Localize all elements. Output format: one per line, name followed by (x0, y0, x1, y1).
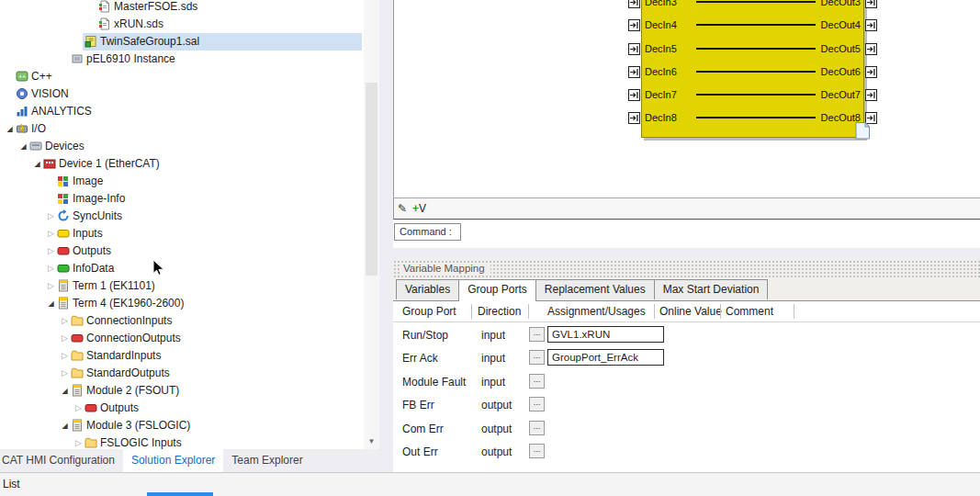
tree-item[interactable]: ▷Inputs (0, 225, 364, 242)
scrollbar-thumb[interactable] (366, 83, 377, 276)
tree-item[interactable]: Image-Info (0, 190, 364, 208)
tree-item-label: InfoData (73, 260, 114, 277)
tree-item[interactable]: ◢Devices (0, 138, 364, 155)
table-row[interactable]: Module Faultinput... (393, 371, 980, 394)
collapse-arrow-icon[interactable]: ◢ (45, 295, 57, 312)
tree-item-label: Inputs (73, 225, 103, 242)
assignment-ellipsis-button[interactable]: ... (529, 327, 545, 342)
expand-arrow-icon[interactable]: ▷ (45, 225, 57, 242)
collapse-arrow-icon[interactable]: ◢ (31, 155, 43, 173)
expand-arrow-icon[interactable]: ▷ (59, 365, 71, 382)
table-row[interactable]: Out Erroutput... (393, 441, 980, 464)
io-icon (16, 122, 28, 135)
collapse-arrow-icon[interactable]: ◢ (4, 120, 16, 138)
tree-item-label: VISION (31, 85, 69, 103)
table-row[interactable]: Err Ackinput...GroupPort_ErrAck (393, 347, 980, 370)
tree-item[interactable]: ▷Outputs (0, 400, 364, 417)
sds-document-icon (98, 0, 111, 13)
output-port-icon[interactable] (865, 66, 877, 78)
output-port-icon[interactable] (865, 43, 877, 55)
tree-item[interactable]: ▷ConnectionInputs (0, 312, 364, 330)
collapse-arrow-icon[interactable]: ◢ (17, 138, 29, 155)
tree-item[interactable]: Image (0, 173, 364, 190)
input-port-icon[interactable] (628, 0, 640, 8)
expand-arrow-icon[interactable]: ▷ (45, 242, 57, 260)
tree-item[interactable]: VISION (0, 85, 364, 103)
tree-item[interactable]: ANALYTICS (0, 103, 364, 120)
expand-arrow-icon[interactable]: ▷ (59, 312, 71, 330)
command-row: Command : (393, 220, 980, 248)
tool-window-tab[interactable]: CAT HMI Configuration (0, 449, 123, 472)
folder-icon (71, 366, 84, 379)
table-row[interactable]: Com Erroutput... (393, 418, 980, 441)
tree-item[interactable]: ▷InfoData (0, 260, 364, 277)
output-port-icon[interactable] (865, 19, 877, 31)
table-row[interactable]: Run/Stopinput...GVL1.xRUN (393, 324, 980, 347)
output-port-icon[interactable] (865, 0, 877, 8)
variable-mapping-title: Variable Mapping (401, 263, 490, 274)
tree-item[interactable]: MasterFSOE.sds (0, 0, 364, 16)
assignment-ellipsis-button[interactable]: ... (529, 444, 545, 458)
variable-mapping-tabs: VariablesGroup PortsReplacement ValuesMa… (396, 279, 767, 301)
tree-item[interactable]: ▷SyncUnits (0, 208, 364, 225)
assignment-ellipsis-button[interactable]: ... (529, 397, 545, 411)
tree-item[interactable]: TwinSafeGroup1.sal (0, 33, 364, 51)
input-port-icon[interactable] (628, 19, 640, 31)
tree-item[interactable]: ▷Outputs (0, 242, 364, 260)
tree-item[interactable]: pEL6910 Instance (0, 51, 364, 68)
output-port-icon[interactable] (865, 89, 877, 101)
column-header: Assignment/Usages (547, 305, 646, 318)
tool-window-tab[interactable]: Team Explorer (223, 449, 310, 472)
input-port-icon[interactable] (628, 89, 640, 101)
collapse-arrow-icon[interactable]: ◢ (59, 417, 71, 434)
tree-scrollbar[interactable]: ▼ (364, 0, 379, 449)
scroll-down-arrow-icon[interactable]: ▼ (364, 434, 379, 449)
tree-item[interactable]: xRUN.sds (0, 16, 364, 33)
add-variable-icon[interactable]: +V (412, 202, 426, 215)
edit-variable-icon[interactable]: ✎ (398, 202, 407, 215)
tree-item[interactable]: ◢Term 4 (EK1960-2600) (0, 295, 364, 312)
expand-arrow-icon[interactable]: ▷ (59, 330, 71, 347)
header-underline (393, 321, 980, 322)
tree-item[interactable]: ▷StandardOutputs (0, 365, 364, 382)
safety-diagram-canvas[interactable]: DecIn3DecOut3DecIn4DecOut4DecIn5DecOut5D… (393, 0, 980, 198)
vm-tab[interactable]: Group Ports (458, 279, 536, 301)
assignment-value-box[interactable]: GroupPort_ErrAck (547, 349, 664, 366)
tree-item[interactable]: ◢Module 2 (FSOUT) (0, 382, 364, 400)
vm-tab[interactable]: Max Start Deviation (654, 279, 769, 299)
assignment-ellipsis-button[interactable]: ... (529, 374, 545, 389)
expand-arrow-icon[interactable]: ▷ (73, 400, 84, 417)
input-port-icon[interactable] (628, 66, 640, 78)
expand-arrow-icon[interactable]: ▷ (59, 347, 71, 365)
tree-item[interactable]: ◢Device 1 (EtherCAT) (0, 155, 364, 173)
group-port-cell: Err Ack (402, 352, 438, 365)
tree-item[interactable]: ▷Term 1 (EK1101) (0, 277, 364, 295)
tree-item[interactable]: ▷StandardInputs (0, 347, 364, 365)
input-port-icon[interactable] (628, 43, 640, 55)
collapse-arrow-icon[interactable]: ◢ (59, 382, 71, 400)
block-output-label: DecOut3 (784, 0, 861, 9)
tree-item[interactable]: ▷ConnectionOutputs (0, 330, 364, 347)
assignment-ellipsis-button[interactable]: ... (529, 421, 545, 435)
vm-tab[interactable]: Variables (396, 279, 459, 299)
expand-arrow-icon[interactable]: ▷ (73, 434, 84, 449)
tree-item[interactable]: ++C++ (0, 68, 364, 85)
expand-arrow-icon[interactable]: ▷ (45, 208, 57, 225)
block-input-label: DecIn6 (645, 64, 677, 79)
block-input-label: DecIn3 (645, 0, 677, 9)
group-port-cell: Run/Stop (402, 329, 448, 342)
table-row[interactable]: FB Erroutput... (393, 394, 980, 417)
tree-item[interactable]: ◢I/O (0, 120, 364, 138)
vm-tab[interactable]: Replacement Values (535, 279, 655, 299)
assignment-ellipsis-button[interactable]: ... (529, 350, 545, 365)
expand-arrow-icon[interactable]: ▷ (45, 260, 57, 277)
input-port-icon[interactable] (628, 112, 640, 124)
tool-window-tab[interactable]: Solution Explorer (123, 449, 223, 472)
column-header: Online Value (659, 305, 722, 318)
direction-cell: input (481, 329, 505, 342)
tree-item[interactable]: ◢Module 3 (FSLOGIC) (0, 417, 364, 434)
tree-item[interactable]: ▷FSLOGIC Inputs (0, 434, 364, 449)
sal-group-icon (84, 35, 97, 48)
assignment-value-box[interactable]: GVL1.xRUN (547, 326, 664, 343)
expand-arrow-icon[interactable]: ▷ (45, 277, 57, 295)
